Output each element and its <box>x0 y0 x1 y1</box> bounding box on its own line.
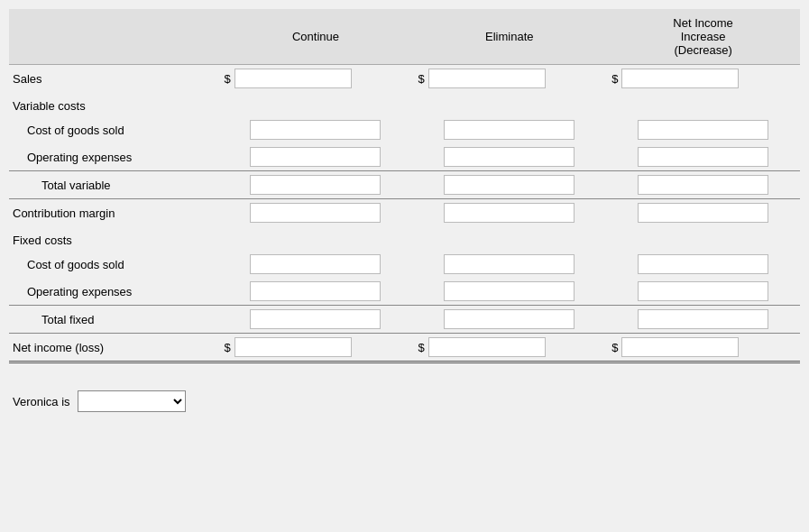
input-fix-opex-net-income-change[interactable] <box>638 281 768 301</box>
dollar-sign-net-income-net-income-change: $ <box>611 341 618 354</box>
label-contribution-margin: Contribution margin <box>9 199 219 227</box>
input-var-cogs-continue[interactable] <box>250 120 381 140</box>
section-label-fixed-costs-header: Fixed costs <box>9 226 800 251</box>
veronica-label: Veronica is <box>13 395 70 408</box>
input-var-opex-continue[interactable] <box>250 147 381 167</box>
cell-var-opex-eliminate <box>412 143 606 171</box>
table-row-net-income: Net income (loss)$$$ <box>9 334 800 362</box>
cell-total-fixed-net-income-change <box>606 306 800 334</box>
input-var-opex-net-income-change[interactable] <box>638 147 768 167</box>
input-sales-net-income-change[interactable] <box>621 69 739 88</box>
cell-fix-opex-net-income-change <box>606 278 800 306</box>
dollar-sign-sales-continue: $ <box>225 72 231 86</box>
veronica-select[interactable]: profitable unprofitable <box>78 390 186 412</box>
header-continue: Continue <box>219 9 413 65</box>
veronica-row: Veronica is profitable unprofitable <box>9 390 800 412</box>
header-eliminate: Eliminate <box>412 9 606 65</box>
input-total-variable-continue[interactable] <box>250 175 381 195</box>
input-total-fixed-eliminate[interactable] <box>444 309 575 329</box>
input-sales-continue[interactable] <box>234 69 352 88</box>
cell-net-income-net-income-change: $ <box>606 334 800 362</box>
section-label-variable-costs-header: Variable costs <box>9 92 800 116</box>
cell-var-cogs-continue <box>219 116 413 143</box>
cell-total-variable-eliminate <box>412 171 606 199</box>
table-row-variable-costs-header: Variable costs <box>9 92 800 116</box>
cell-var-cogs-net-income-change <box>606 116 800 143</box>
table-header-row: Continue Eliminate Net Income Increase (… <box>9 9 800 65</box>
dollar-sign-net-income-continue: $ <box>225 341 231 354</box>
cell-fix-cogs-eliminate <box>412 251 606 278</box>
table-row-var-cogs: Cost of goods sold <box>9 116 800 143</box>
cell-total-fixed-eliminate <box>412 306 606 334</box>
input-fix-cogs-eliminate[interactable] <box>444 254 575 274</box>
input-sales-eliminate[interactable] <box>428 69 546 88</box>
cell-fix-cogs-net-income-change <box>606 251 800 278</box>
input-fix-opex-eliminate[interactable] <box>444 281 575 301</box>
input-total-variable-net-income-change[interactable] <box>638 175 768 195</box>
cell-fix-cogs-continue <box>219 251 413 278</box>
cell-sales-net-income-change: $ <box>606 65 800 93</box>
label-fix-cogs: Cost of goods sold <box>9 251 219 278</box>
financial-table: Continue Eliminate Net Income Increase (… <box>9 9 800 363</box>
input-fix-cogs-net-income-change[interactable] <box>638 254 768 274</box>
table-row-var-opex: Operating expenses <box>9 143 800 171</box>
cell-contribution-margin-net-income-change <box>606 199 800 227</box>
cell-sales-eliminate: $ <box>412 65 606 93</box>
dollar-wrapper-sales-continue: $ <box>225 69 408 88</box>
input-total-fixed-continue[interactable] <box>250 309 381 329</box>
cell-net-income-eliminate: $ <box>412 334 606 362</box>
input-total-variable-eliminate[interactable] <box>444 175 575 195</box>
table-row-contribution-margin: Contribution margin <box>9 199 800 227</box>
cell-fix-opex-continue <box>219 278 413 306</box>
cell-contribution-margin-eliminate <box>412 199 606 227</box>
input-fix-cogs-continue[interactable] <box>250 254 381 274</box>
header-net-income-line1: Net Income <box>673 16 732 30</box>
table-wrapper: Continue Eliminate Net Income Increase (… <box>9 9 800 363</box>
label-sales: Sales <box>9 65 219 93</box>
cell-sales-continue: $ <box>219 65 413 93</box>
input-contribution-margin-eliminate[interactable] <box>444 203 575 223</box>
input-total-fixed-net-income-change[interactable] <box>638 309 768 329</box>
label-var-cogs: Cost of goods sold <box>9 116 219 143</box>
table-row-total-variable: Total variable <box>9 171 800 199</box>
table-row-fix-opex: Operating expenses <box>9 278 800 306</box>
cell-var-cogs-eliminate <box>412 116 606 143</box>
dollar-sign-sales-net-income-change: $ <box>611 72 618 86</box>
cell-total-variable-net-income-change <box>606 171 800 199</box>
cell-contribution-margin-continue <box>219 199 413 227</box>
label-total-fixed: Total fixed <box>9 306 219 334</box>
dollar-sign-sales-eliminate: $ <box>418 72 424 86</box>
table-row-fixed-costs-header: Fixed costs <box>9 226 800 251</box>
cell-total-variable-continue <box>219 171 413 199</box>
input-net-income-continue[interactable] <box>234 337 352 357</box>
input-contribution-margin-net-income-change[interactable] <box>638 203 768 223</box>
input-contribution-margin-continue[interactable] <box>250 203 381 223</box>
input-net-income-eliminate[interactable] <box>428 337 546 357</box>
table-row-sales: Sales$$$ <box>9 65 800 93</box>
dollar-wrapper-sales-eliminate: $ <box>418 69 601 88</box>
header-net-income: Net Income Increase (Decrease) <box>606 9 800 65</box>
cell-total-fixed-continue <box>219 306 413 334</box>
input-var-cogs-net-income-change[interactable] <box>638 120 768 140</box>
header-net-income-line2: Increase <box>681 30 726 43</box>
label-var-opex: Operating expenses <box>9 143 219 171</box>
main-container: Continue Eliminate Net Income Increase (… <box>0 0 809 532</box>
input-var-opex-eliminate[interactable] <box>444 147 575 167</box>
label-net-income: Net income (loss) <box>9 334 219 362</box>
table-row-total-fixed: Total fixed <box>9 306 800 334</box>
input-var-cogs-eliminate[interactable] <box>444 120 575 140</box>
dollar-wrapper-sales-net-income-change: $ <box>611 69 795 88</box>
cell-var-opex-net-income-change <box>606 143 800 171</box>
input-net-income-net-income-change[interactable] <box>621 337 739 357</box>
dollar-wrapper-net-income-continue: $ <box>225 337 408 357</box>
header-net-income-line3: (Decrease) <box>674 43 731 57</box>
cell-var-opex-continue <box>219 143 413 171</box>
header-label-col <box>9 9 219 65</box>
input-fix-opex-continue[interactable] <box>250 281 381 301</box>
cell-net-income-continue: $ <box>219 334 413 362</box>
label-fix-opex: Operating expenses <box>9 278 219 306</box>
dollar-wrapper-net-income-net-income-change: $ <box>611 337 795 357</box>
cell-fix-opex-eliminate <box>412 278 606 306</box>
dollar-sign-net-income-eliminate: $ <box>418 341 424 354</box>
dollar-wrapper-net-income-eliminate: $ <box>418 337 601 357</box>
